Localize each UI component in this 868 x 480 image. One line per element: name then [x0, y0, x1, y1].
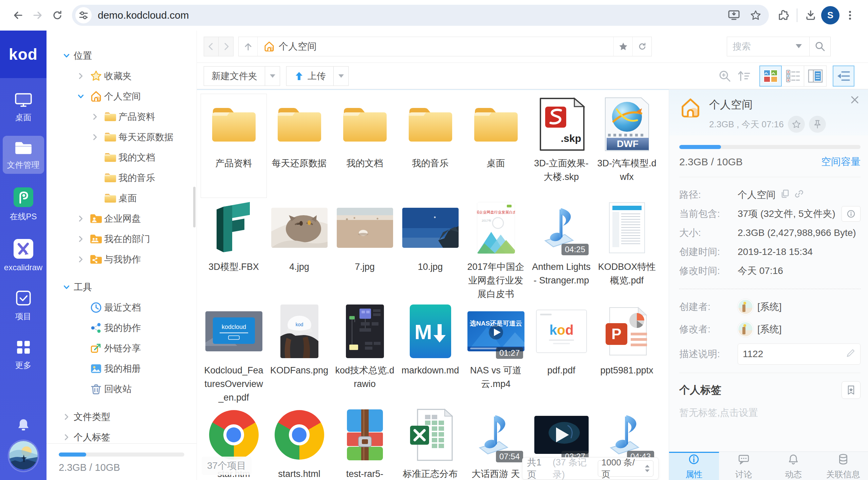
edit-pencil-icon[interactable]	[846, 348, 855, 360]
zoom-icon[interactable]	[715, 67, 734, 86]
upload-button[interactable]: 上传	[286, 66, 334, 86]
extensions-icon[interactable]	[774, 5, 793, 25]
sidebar-item-产品资料[interactable]: 产品资料	[47, 107, 197, 127]
link-icon[interactable]	[794, 189, 804, 201]
file-item[interactable]: 7.jpg	[332, 198, 398, 301]
panel-toggle-button[interactable]	[833, 66, 854, 87]
file-item[interactable]: kodKODFans.png	[266, 301, 332, 405]
sidebar-item-与我协作[interactable]: 与我协作	[47, 249, 197, 270]
rail-item-更多[interactable]: 更多	[3, 335, 44, 374]
sidebar-item-我的相册[interactable]: 我的相册	[47, 358, 197, 379]
install-app-icon[interactable]	[724, 5, 744, 25]
menu-kebab-icon[interactable]	[840, 5, 860, 25]
file-item[interactable]: kodcloudKodcloud_FeaturesOverview_en.pdf	[201, 301, 266, 405]
reload-icon[interactable]	[48, 5, 67, 25]
back-icon[interactable]	[8, 5, 28, 25]
history-forward-button[interactable]	[219, 37, 234, 56]
search-scope-caret[interactable]	[796, 43, 809, 50]
expander-chevron[interactable]	[74, 255, 88, 263]
file-item[interactable]: kod技术总览.drawio	[332, 301, 398, 405]
tags-empty-text[interactable]: 暂无标签,点击设置	[679, 406, 861, 419]
expander-chevron[interactable]	[59, 283, 74, 291]
tab-讨论[interactable]: 讨论	[719, 452, 769, 480]
file-item[interactable]: 标准正态分布	[398, 405, 463, 480]
sidebar-item-文件类型[interactable]: 文件类型	[47, 407, 197, 427]
tab-属性[interactable]: 属性	[669, 452, 719, 480]
tag-bookmark-icon[interactable]	[842, 381, 861, 399]
expander-chevron[interactable]	[59, 413, 74, 421]
file-item[interactable]: kodpdf.pdf	[529, 301, 594, 405]
list-view-button[interactable]	[782, 66, 804, 87]
new-folder-button[interactable]: 新建文件夹	[204, 66, 265, 86]
tab-动态[interactable]: 动态	[769, 452, 818, 480]
profile-avatar[interactable]: S	[820, 5, 840, 25]
close-icon[interactable]	[849, 94, 861, 107]
file-item[interactable]: 3D模型.FBX	[201, 198, 266, 301]
upload-caret[interactable]	[334, 66, 349, 86]
expander-chevron[interactable]	[88, 113, 102, 121]
sidebar-item-收藏夹[interactable]: 收藏夹	[47, 66, 197, 86]
expander-chevron[interactable]	[74, 72, 88, 80]
description-input[interactable]: 1122	[738, 344, 861, 365]
new-folder-caret[interactable]	[265, 66, 280, 86]
file-item[interactable]: DWF3D-汽车模型.dwfx	[594, 94, 660, 198]
file-item[interactable]: 10.jpg	[398, 198, 463, 301]
user-avatar[interactable]	[9, 441, 38, 471]
sidebar-item-每天还原数据[interactable]: 每天还原数据	[47, 127, 197, 147]
sidebar-item-我的协作[interactable]: 我的协作	[47, 318, 197, 338]
file-item[interactable]: 04:25Anthem Lights - Stranger.mp	[529, 198, 594, 301]
expander-chevron[interactable]	[59, 433, 74, 441]
rail-item-在线PS[interactable]: 在线PS	[3, 183, 44, 225]
space-capacity-link[interactable]: 空间容量	[821, 155, 861, 169]
file-item[interactable]: 产品资料	[201, 94, 266, 198]
expander-chevron[interactable]	[74, 92, 88, 100]
sidebar-item-个人空间[interactable]: 个人空间	[47, 86, 197, 107]
file-item[interactable]: Pppt5981.pptx	[594, 301, 660, 405]
file-item[interactable]: 每天还原数据	[266, 94, 332, 198]
sidebar-item-我的文档[interactable]: 我的文档	[47, 147, 197, 168]
file-item[interactable]: Mmarkdown.md	[398, 301, 463, 405]
expander-chevron[interactable]	[59, 52, 74, 60]
rail-item-excalidraw[interactable]: excalidraw	[3, 235, 44, 276]
file-item[interactable]: KODBOX特性概览.pdf	[594, 198, 660, 301]
sidebar-item-外链分享[interactable]: 外链分享	[47, 338, 197, 358]
favorite-path-button[interactable]	[613, 37, 632, 56]
copy-path-icon[interactable]	[780, 189, 790, 201]
expander-chevron[interactable]	[74, 235, 88, 243]
expander-chevron[interactable]	[88, 133, 102, 141]
file-item[interactable]: 我的音乐	[398, 94, 463, 198]
page-size-select[interactable]: 1000 条/页	[598, 460, 653, 477]
sidebar-item-企业网盘[interactable]: 企业网盘	[47, 208, 197, 229]
file-item[interactable]: 桌面	[463, 94, 529, 198]
history-back-button[interactable]	[204, 37, 219, 56]
sidebar-item-我的音乐[interactable]: 我的音乐	[47, 168, 197, 188]
notifications-bell-icon[interactable]	[17, 418, 30, 434]
sort-icon[interactable]	[734, 67, 753, 86]
sidebar-item-最近文档[interactable]: 最近文档	[47, 297, 197, 318]
rail-item-桌面[interactable]: 桌面	[3, 88, 44, 126]
sidebar-item-位置[interactable]: 位置	[47, 45, 197, 66]
favorite-icon[interactable]	[788, 116, 805, 133]
bookmark-star-icon[interactable]	[746, 5, 765, 25]
rail-item-文件管理[interactable]: 文件管理	[3, 136, 44, 174]
search-icon[interactable]	[809, 37, 830, 56]
breadcrumb[interactable]: 个人空间	[258, 40, 613, 53]
up-directory-button[interactable]	[239, 37, 258, 56]
expander-chevron[interactable]	[74, 215, 88, 223]
file-item[interactable]: 我的文档	[332, 94, 398, 198]
file-item[interactable]: .skp3D-立面效果-大楼.skp	[529, 94, 594, 198]
sidebar-item-我在的部门[interactable]: 我在的部门	[47, 229, 197, 249]
file-item[interactable]: starts.html	[266, 405, 332, 480]
tab-关联信息[interactable]: 关联信息	[818, 452, 868, 480]
file-item[interactable]: 07:54大话西游 天	[463, 405, 529, 480]
refresh-button[interactable]	[632, 37, 651, 56]
file-item[interactable]: 选NAS还是可道云01:27NAS vs 可道云.mp4	[463, 301, 529, 405]
tree-scrollbar[interactable]	[193, 187, 196, 227]
forward-icon[interactable]	[28, 5, 48, 25]
pin-icon[interactable]	[809, 116, 826, 133]
file-item[interactable]: 中国企业网盘行业发展白皮书2017年2017年中国企业网盘行业发展白皮书	[463, 198, 529, 301]
downloads-icon[interactable]	[801, 5, 820, 25]
search-input[interactable]	[727, 41, 796, 52]
info-icon[interactable]	[842, 206, 861, 222]
address-bar[interactable]: demo.kodcloud.com	[72, 5, 769, 26]
